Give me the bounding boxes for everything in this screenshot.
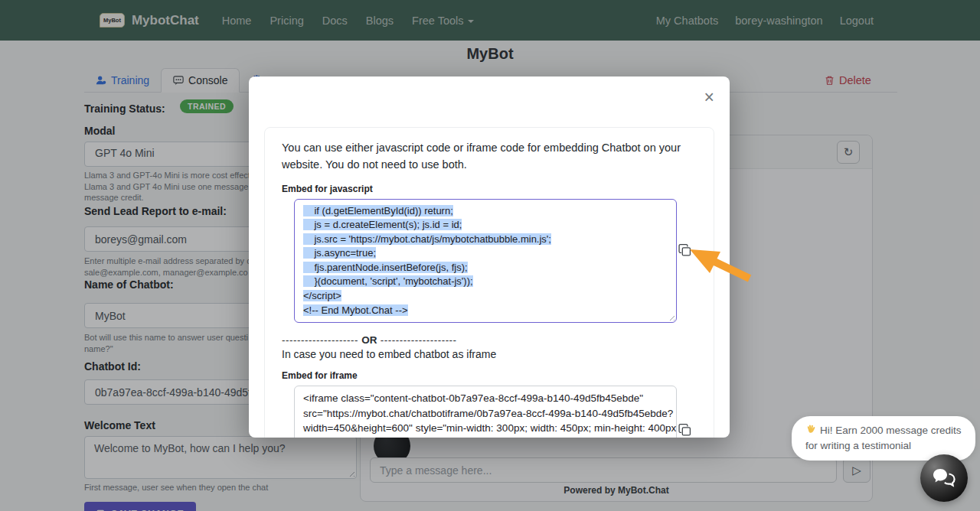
testimonial-toast[interactable]: Hi! Earn 2000 message credits for writin… [792, 416, 975, 461]
embed-code-modal: × You can use either javascript code or … [249, 76, 730, 438]
annotation-arrow [684, 239, 760, 286]
embed-iframe-label: Embed for iframe [282, 370, 697, 381]
orange-arrow-icon [684, 239, 760, 286]
chat-bubbles-icon [932, 467, 956, 490]
close-icon[interactable]: × [704, 89, 714, 106]
or-divider: -------------------- OR ----------------… [282, 334, 697, 346]
iframe-note: In case you need to embed chatbot as ifr… [282, 348, 697, 360]
embed-intro-text: You can use either javascript code or if… [282, 140, 697, 174]
resize-handle[interactable] [667, 313, 675, 321]
wave-hand-emoji-icon [805, 424, 817, 435]
chat-widget-fab[interactable] [920, 454, 968, 502]
embed-iframe-textarea[interactable]: <iframe class="content-chatbot-0b7a97ea-… [294, 386, 677, 438]
embed-js-label: Embed for javascript [282, 184, 697, 194]
embed-code-card: You can use either javascript code or if… [264, 127, 714, 438]
copy-iframe-code-button[interactable] [678, 423, 695, 438]
embed-js-textarea[interactable]: if (d.getElementById(id)) return; js = d… [294, 199, 677, 324]
copy-icon [678, 423, 691, 437]
